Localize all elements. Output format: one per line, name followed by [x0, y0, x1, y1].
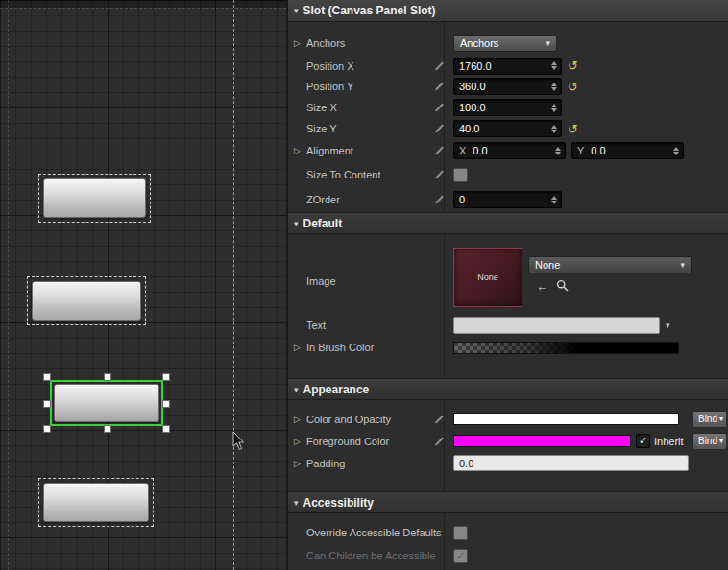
size-to-content-checkbox[interactable]: [453, 168, 468, 182]
keyframe-icon[interactable]: [434, 169, 446, 180]
image-label: Image: [306, 275, 336, 287]
expand-arrow-icon[interactable]: ▷: [294, 437, 303, 446]
cursor-arrow: [232, 432, 246, 451]
size-x-field[interactable]: 100.0: [453, 99, 562, 116]
spinner-icon[interactable]: [549, 122, 559, 135]
canvas-button-3[interactable]: [54, 384, 159, 422]
expand-arrow-icon[interactable]: ▷: [294, 146, 303, 155]
alignment-y-field[interactable]: Y 0.0: [571, 142, 684, 159]
resize-handle-top-right[interactable]: [162, 373, 170, 381]
foreground-color-swatch[interactable]: [453, 435, 631, 447]
widget-outline-2[interactable]: [27, 276, 146, 325]
resize-handle-bottom-left[interactable]: [43, 425, 51, 433]
expand-arrow-icon[interactable]: ▷: [294, 343, 303, 352]
details-panel: ▾ Slot (Canvas Panel Slot) ▷ Anchors Anc…: [286, 0, 728, 570]
slot-section-header[interactable]: ▾ Slot (Canvas Panel Slot): [288, 0, 728, 22]
inherit-label: Inherit: [654, 436, 684, 447]
padding-field[interactable]: 0.0: [453, 455, 689, 471]
resize-handle-mid-right[interactable]: [162, 400, 170, 408]
resize-handle-top-center[interactable]: [104, 373, 111, 381]
revert-icon[interactable]: ↺: [568, 123, 578, 135]
canvas-button-1[interactable]: [43, 178, 146, 218]
spinner-icon[interactable]: [553, 144, 563, 157]
size-y-field[interactable]: 40.0: [453, 120, 562, 137]
keyframe-icon[interactable]: [434, 436, 446, 447]
inherit-checkbox[interactable]: [636, 434, 650, 448]
designer-canvas[interactable]: [0, 0, 286, 570]
collapse-arrow-icon: ▾: [294, 498, 299, 508]
expand-arrow-icon[interactable]: ▷: [294, 415, 303, 424]
foreground-color-bind-button[interactable]: Bind ▾: [692, 433, 727, 450]
anchors-label: Anchors: [306, 37, 345, 49]
position-y-field[interactable]: 360.0: [453, 78, 562, 95]
collapse-arrow-icon: ▾: [294, 6, 299, 15]
slot-rows: ▷ Anchors Anchors ▾ Position X: [288, 22, 728, 212]
spinner-icon[interactable]: [549, 193, 559, 206]
padding-label: Padding: [306, 458, 345, 469]
keyframe-icon[interactable]: [434, 60, 446, 72]
resize-handle-bottom-center[interactable]: [104, 425, 111, 433]
spinner-icon[interactable]: [671, 144, 681, 157]
caret-down-icon: ▾: [538, 38, 550, 48]
row-position-y: Position Y 360.0 ↺: [288, 76, 728, 97]
keyframe-icon[interactable]: [434, 123, 446, 134]
expand-arrow-icon[interactable]: ▷: [294, 38, 303, 48]
color-and-opacity-swatch[interactable]: [453, 413, 679, 425]
anchors-dropdown[interactable]: Anchors ▾: [453, 35, 557, 52]
canvas-guide-vertical: [233, 0, 234, 570]
use-selected-asset-icon[interactable]: ←: [536, 280, 548, 293]
bind-label: Bind: [698, 414, 717, 424]
color-and-opacity-bind-button[interactable]: Bind ▾: [692, 411, 727, 428]
text-input[interactable]: [453, 317, 660, 334]
expand-arrow-icon[interactable]: ▷: [294, 459, 303, 468]
resize-handle-bottom-right[interactable]: [162, 425, 170, 433]
resize-handle-top-left[interactable]: [43, 373, 51, 381]
zorder-value: 0: [459, 194, 549, 205]
spinner-icon[interactable]: [549, 101, 559, 114]
row-override-accessible-defaults: Override Accessible Defaults: [288, 521, 728, 544]
default-section-header[interactable]: ▾ Default: [288, 212, 728, 234]
caret-down-icon: ▾: [672, 260, 685, 270]
text-dropdown-caret-icon[interactable]: ▾: [666, 321, 670, 330]
keyframe-icon[interactable]: [434, 194, 446, 205]
in-brush-color-swatch[interactable]: [453, 342, 679, 354]
color-and-opacity-label: Color and Opacity: [306, 414, 391, 425]
canvas-button-4[interactable]: [43, 483, 149, 522]
zorder-field[interactable]: 0: [453, 191, 562, 208]
size-x-value: 100.0: [459, 102, 549, 113]
canvas-guide-top: [0, 8, 286, 9]
revert-icon[interactable]: ↺: [568, 59, 578, 72]
alignment-x-prefix: X: [459, 145, 466, 156]
row-anchors: ▷ Anchors Anchors ▾: [288, 31, 728, 56]
keyframe-icon[interactable]: [434, 145, 446, 156]
widget-outline-1[interactable]: [38, 174, 151, 223]
override-accessible-defaults-checkbox[interactable]: [453, 526, 468, 540]
spinner-icon[interactable]: [549, 80, 559, 93]
zorder-label: ZOrder: [306, 194, 340, 205]
spinner-icon[interactable]: [549, 59, 559, 73]
accessibility-section-header[interactable]: ▾ Accessibility: [288, 491, 728, 513]
default-section-title: Default: [303, 217, 343, 230]
alignment-label: Alignment: [306, 145, 353, 156]
image-thumbnail[interactable]: None: [453, 248, 522, 307]
keyframe-icon[interactable]: [434, 102, 446, 113]
canvas-top-band: [0, 0, 286, 8]
caret-down-icon: ▾: [719, 415, 723, 423]
appearance-section-header[interactable]: ▾ Appearance: [288, 378, 728, 400]
alignment-x-field[interactable]: X 0.0: [453, 142, 566, 159]
position-x-value: 1760.0: [459, 60, 549, 72]
keyframe-icon[interactable]: [434, 414, 446, 425]
can-children-be-accessible-checkbox[interactable]: [453, 549, 468, 563]
widget-outline-4[interactable]: [38, 478, 154, 527]
image-asset-dropdown[interactable]: None ▾: [528, 256, 692, 273]
resize-handle-mid-left[interactable]: [43, 400, 51, 408]
position-x-field[interactable]: 1760.0: [453, 58, 562, 75]
browse-asset-icon[interactable]: [556, 279, 569, 294]
image-thumbnail-text: None: [477, 273, 498, 282]
revert-icon[interactable]: ↺: [568, 81, 578, 93]
canvas-button-2[interactable]: [32, 281, 141, 321]
keyframe-icon[interactable]: [434, 81, 446, 92]
size-y-label: Size Y: [306, 123, 337, 134]
selected-widget[interactable]: [50, 380, 163, 426]
position-y-value: 360.0: [459, 81, 549, 92]
